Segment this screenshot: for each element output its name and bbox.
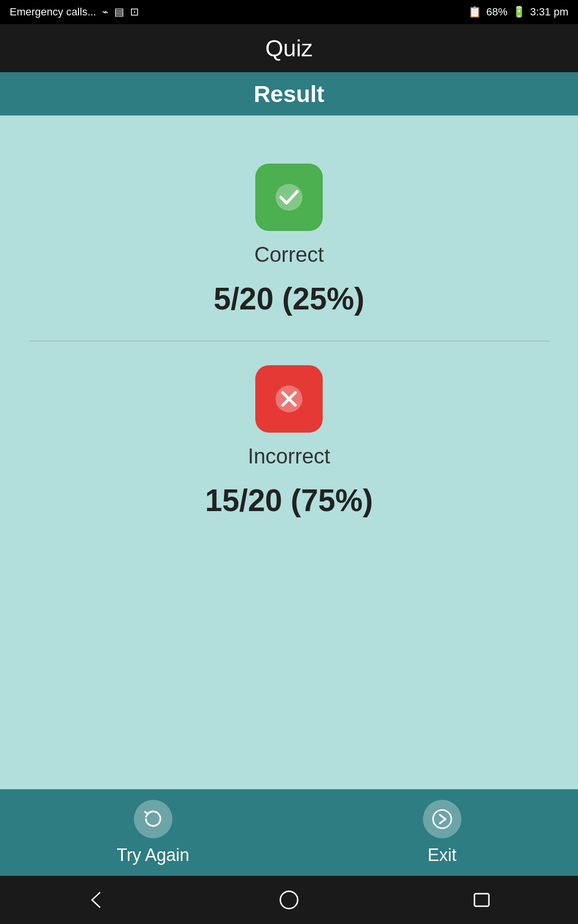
status-bar: Emergency calls... ⌁ ▤ ⊡ 📋 68% 🔋 3:31 pm bbox=[0, 0, 578, 24]
back-button[interactable] bbox=[84, 888, 108, 912]
correct-section: Correct 5/20 (25%) bbox=[0, 144, 578, 336]
result-header: Result bbox=[0, 72, 578, 116]
bottom-bar: Try Again Exit bbox=[0, 789, 578, 876]
recents-icon bbox=[470, 888, 494, 912]
clipboard-icon: 📋 bbox=[468, 6, 481, 18]
nav-bar bbox=[0, 876, 578, 924]
usb-icon: ⌁ bbox=[102, 6, 108, 18]
try-again-icon bbox=[134, 800, 172, 838]
divider bbox=[29, 341, 549, 341]
arrow-right-icon bbox=[431, 808, 453, 830]
correct-label: Correct bbox=[254, 243, 324, 267]
page-title: Quiz bbox=[265, 35, 313, 62]
exit-label: Exit bbox=[428, 845, 457, 865]
incorrect-icon-box bbox=[255, 365, 323, 433]
battery-icon: 🔋 bbox=[512, 6, 525, 18]
result-label: Result bbox=[254, 81, 325, 107]
main-content: Correct 5/20 (25%) Incorrect 15/20 (75%) bbox=[0, 116, 578, 789]
incorrect-section: Incorrect 15/20 (75%) bbox=[0, 346, 578, 538]
recents-button[interactable] bbox=[470, 888, 494, 912]
x-icon bbox=[272, 382, 306, 416]
home-button[interactable] bbox=[277, 888, 301, 912]
status-text: Emergency calls... bbox=[10, 6, 96, 18]
svg-point-5 bbox=[280, 891, 298, 909]
correct-icon-box bbox=[255, 164, 323, 231]
sim-icon: ▤ bbox=[114, 6, 124, 18]
incorrect-score: 15/20 (75%) bbox=[205, 483, 373, 518]
title-bar: Quiz bbox=[0, 24, 578, 72]
incorrect-label: Incorrect bbox=[248, 444, 330, 468]
back-icon bbox=[84, 888, 108, 912]
exit-icon bbox=[423, 800, 461, 838]
screenshot-icon: ⊡ bbox=[130, 6, 139, 18]
try-again-button[interactable]: Try Again bbox=[88, 800, 218, 865]
battery-percent: 68% bbox=[486, 6, 507, 18]
svg-point-4 bbox=[433, 810, 451, 828]
exit-button[interactable]: Exit bbox=[394, 800, 490, 865]
status-bar-right: 📋 68% 🔋 3:31 pm bbox=[468, 6, 568, 18]
status-bar-left: Emergency calls... ⌁ ▤ ⊡ bbox=[10, 6, 139, 18]
home-icon bbox=[277, 888, 301, 912]
correct-score: 5/20 (25%) bbox=[213, 281, 364, 317]
refresh-icon bbox=[142, 808, 164, 830]
time: 3:31 pm bbox=[530, 6, 569, 18]
svg-rect-6 bbox=[474, 894, 489, 906]
try-again-label: Try Again bbox=[117, 845, 189, 865]
checkmark-icon bbox=[272, 180, 306, 214]
